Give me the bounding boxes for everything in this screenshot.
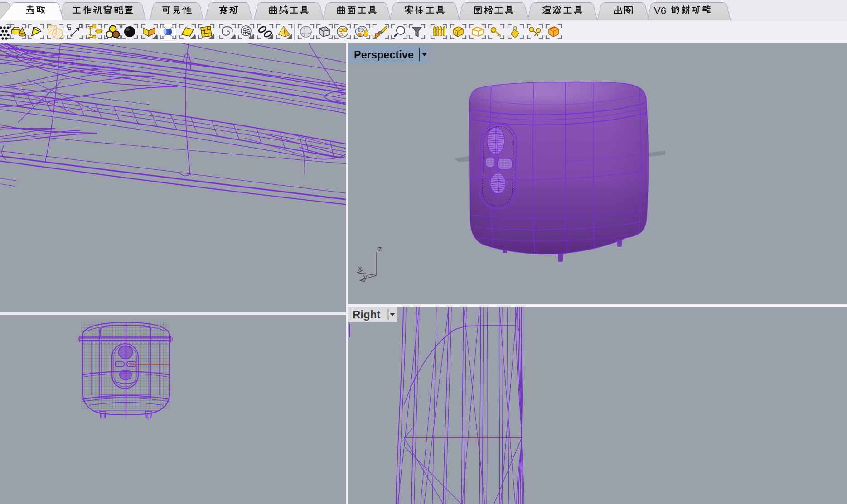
- svg-text:Perspective: Perspective: [354, 49, 414, 61]
- svg-text:U: U: [455, 32, 458, 37]
- svg-text:x: x: [358, 264, 362, 273]
- svg-text:z: z: [378, 245, 382, 253]
- svg-text:y: y: [363, 273, 368, 281]
- svg-text:Right: Right: [353, 308, 380, 321]
- svg-text:V6: V6: [654, 5, 666, 16]
